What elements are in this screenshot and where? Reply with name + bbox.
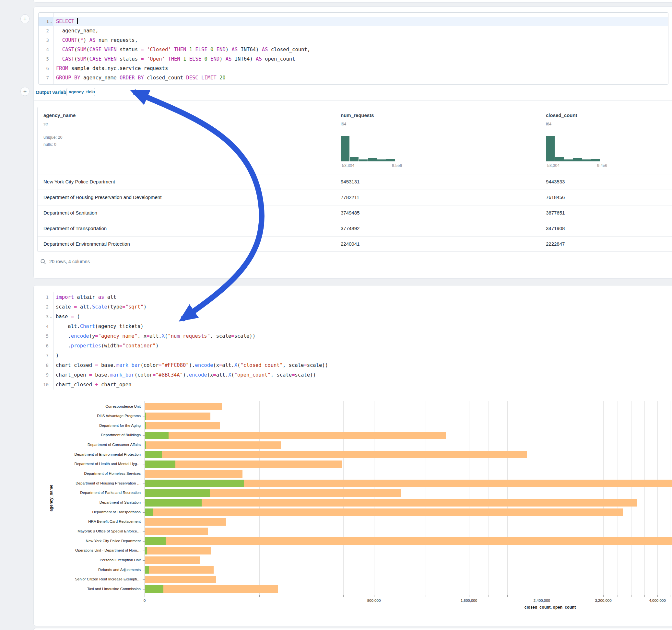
token: AS — [262, 47, 268, 52]
output-variable-pill[interactable]: agency_tickets — [67, 88, 95, 96]
token — [56, 37, 62, 43]
token: = — [153, 372, 155, 378]
x-axis-tick — [343, 595, 344, 597]
x-axis-tick — [307, 595, 307, 597]
code-text: .properties(width="container") — [53, 341, 159, 350]
code-text: SELECT — [53, 17, 78, 26]
token: properties — [71, 343, 101, 349]
line-number-value: 10 — [43, 380, 49, 390]
altair-bar-chart: agency_name closed_count, open_count 080… — [33, 397, 672, 624]
gridline — [426, 401, 426, 595]
token — [74, 19, 77, 24]
search-icon[interactable] — [40, 259, 46, 264]
token: ) — [225, 47, 232, 52]
token: agency_name — [80, 75, 120, 81]
add-cell-button-middle[interactable]: + — [20, 87, 29, 96]
token: WHEN — [104, 47, 116, 52]
x-axis-tick — [469, 595, 470, 597]
token — [180, 56, 183, 62]
histogram-max-label: 9.4e6 — [597, 163, 607, 168]
gridline — [343, 401, 344, 595]
y-axis-tick — [143, 579, 145, 580]
histogram-bar — [582, 160, 591, 162]
code-line: 5 CAST(SUM(CASE WHEN status = 'Open' THE… — [39, 54, 668, 64]
closed-count-bar — [145, 585, 278, 593]
token: (type — [107, 304, 123, 310]
token: (color — [135, 372, 153, 378]
gutter-separator — [53, 292, 54, 390]
token: ) — [83, 37, 90, 43]
token: WHEN — [104, 56, 116, 62]
token: 1 — [189, 47, 192, 52]
token: + — [95, 382, 98, 388]
open-count-bar — [145, 413, 146, 420]
y-axis-label: Department for the Aging — [33, 423, 141, 428]
gridline — [488, 401, 489, 595]
histogram-bar — [368, 158, 377, 162]
token: scale — [56, 304, 74, 310]
python-editor[interactable]: 1import altair as alt2scale = alt.Scale(… — [34, 292, 669, 390]
token: "container" — [122, 343, 155, 349]
gridline — [525, 401, 525, 595]
line-number: 1⌄ — [39, 17, 53, 26]
code-text: base = ( — [53, 312, 80, 321]
token: GROUP BY — [56, 75, 80, 81]
token: ( — [77, 37, 80, 43]
token: scale)) — [295, 372, 316, 378]
gridline — [374, 401, 375, 595]
line-number: 7 — [34, 350, 53, 360]
token: CAST — [62, 56, 74, 62]
token: THEN — [168, 56, 180, 62]
histogram-min-label: 53,304 — [342, 163, 354, 168]
token: CASE — [90, 56, 101, 62]
code-text: scale = alt.Scale(type="sqrt") — [53, 302, 146, 312]
token: AS — [90, 37, 96, 43]
token — [56, 47, 62, 52]
line-number-value: 2 — [46, 26, 49, 35]
code-line: 1⌄SELECT — [39, 17, 668, 26]
x-axis-tick-label: 2,400,000 — [534, 599, 550, 602]
token: ELSE — [189, 56, 201, 62]
token: alt. — [77, 304, 92, 310]
y-axis-tick — [143, 551, 145, 551]
line-number: 3⌄ — [34, 312, 53, 321]
column-header: agency_name — [44, 113, 75, 118]
x-axis-tick-label: 1,600,000 — [461, 599, 477, 602]
sql-editor[interactable]: 1⌄SELECT 2 agency_name,3 COUNT(*) AS num… — [38, 12, 668, 84]
line-number-value: 1 — [46, 17, 49, 26]
token — [198, 75, 201, 81]
y-axis-tick — [143, 426, 145, 426]
token: altair — [74, 294, 98, 300]
histogram-bar — [359, 160, 368, 162]
token: SELECT — [56, 19, 74, 24]
token: ) — [144, 304, 146, 310]
token: encode — [189, 372, 207, 378]
chart-plot-area: 0800,0001,600,0002,400,0003,200,0004,000… — [33, 397, 672, 624]
closed-count-bar — [145, 556, 200, 564]
gridline — [603, 401, 604, 595]
token: alt — [104, 294, 116, 300]
token: DESC — [186, 75, 198, 81]
add-cell-button-top[interactable]: + — [20, 14, 29, 23]
line-number: 4 — [34, 321, 53, 331]
token: END — [210, 56, 219, 62]
closed-count-bar — [145, 547, 211, 555]
code-text: alt.Chart(agency_tickets) — [53, 321, 144, 331]
token: sample_data.nyc.service_requests — [68, 66, 168, 71]
table-row: Department of Transportation377489234719… — [38, 221, 672, 237]
y-axis-tick — [143, 522, 145, 522]
token: X — [234, 362, 237, 368]
token: = — [219, 362, 222, 368]
token: alt. — [149, 333, 162, 339]
x-axis-tick — [448, 595, 448, 597]
token: as — [98, 294, 104, 300]
x-axis-tick — [507, 595, 508, 597]
code-line: 3 COUNT(*) AS num_requests, — [39, 35, 668, 45]
gridline — [631, 401, 631, 595]
closed-count-bar — [145, 451, 527, 458]
x-axis-tick — [670, 595, 670, 597]
table-row: Department of Environmental Protection22… — [38, 236, 672, 252]
token: , x — [138, 333, 146, 339]
y-axis-tick — [143, 435, 145, 436]
token: = — [95, 333, 98, 339]
